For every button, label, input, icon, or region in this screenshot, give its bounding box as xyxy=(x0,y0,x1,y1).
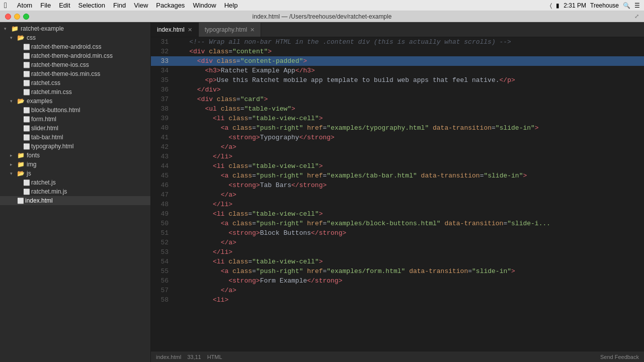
arrow-project xyxy=(4,26,10,31)
code-line-33: 33 <div class="content-padded"> xyxy=(151,56,644,66)
window-controls xyxy=(5,14,29,20)
code-line-49: 49 <li class="table-view-cell"> xyxy=(151,209,644,219)
folder-icon-examples: 📂 xyxy=(17,98,25,105)
sidebar-file-typography[interactable]: ⬜ typography.html xyxy=(0,142,150,151)
folder-icon-fonts: 📁 xyxy=(17,152,25,159)
file-icon-10: ⬜ xyxy=(23,134,29,141)
sidebar-file-tab-bar[interactable]: ⬜ tab-bar.html xyxy=(0,133,150,142)
code-line-42: 42 </a> xyxy=(151,142,644,152)
tab-typography-html[interactable]: typography.html ✕ xyxy=(199,23,262,37)
sidebar-file-ratchet-min-css[interactable]: ⬜ ratchet.min.css xyxy=(0,87,150,97)
apple-menu[interactable]:  xyxy=(4,1,7,10)
file-icon-1: ⬜ xyxy=(23,44,29,50)
project-label: ratchet-example xyxy=(21,25,64,32)
sidebar-project[interactable]: 📁 ratchet-example xyxy=(0,24,150,33)
arrow-examples xyxy=(10,99,16,104)
tab-label-index: index.html xyxy=(157,26,185,33)
sidebar-img-folder[interactable]: 📁 img xyxy=(0,160,150,169)
sidebar-file-ratchet-js[interactable]: ⬜ ratchet.js xyxy=(0,178,150,187)
sidebar-file-block-buttons[interactable]: ⬜ block-buttons.html xyxy=(0,106,150,115)
file-icon-3: ⬜ xyxy=(23,62,29,68)
code-line-52: 52 </a> xyxy=(151,238,644,247)
css-folder-label: css xyxy=(27,34,36,41)
code-line-54: 54 <li class="table-view-cell"> xyxy=(151,257,644,266)
status-right: Send Feedback xyxy=(600,354,639,360)
menu-window[interactable]: Window xyxy=(189,1,220,10)
menu-selection[interactable]: Selection xyxy=(74,1,109,10)
code-line-38: 38 <ul class="table-view"> xyxy=(151,104,644,114)
close-button[interactable] xyxy=(5,14,11,20)
menu-edit[interactable]: Edit xyxy=(55,1,74,10)
arrow-img xyxy=(10,162,16,167)
status-feedback[interactable]: Send Feedback xyxy=(600,354,639,360)
menu-file[interactable]: File xyxy=(36,1,55,10)
sidebar-examples-folder[interactable]: 📂 examples xyxy=(0,97,150,106)
sidebar-file-ratchet-theme-ios[interactable]: ⬜ ratchet-theme-ios.css xyxy=(0,60,150,69)
code-line-51: 51 <strong>Block Buttons</strong> xyxy=(151,228,644,238)
file-icon-13: ⬜ xyxy=(23,189,29,195)
code-line-36: 36 </div> xyxy=(151,85,644,95)
arrow-fonts xyxy=(10,153,16,158)
code-line-45: 45 <a class="push-right" href="examples/… xyxy=(151,171,644,180)
tab-close-index[interactable]: ✕ xyxy=(188,27,192,33)
sidebar: 📁 ratchet-example 📂 css ⬜ ratchet-theme-… xyxy=(0,22,151,362)
tabs-bar: index.html ✕ typography.html ✕ xyxy=(151,22,644,37)
code-line-57: 57 </a> xyxy=(151,286,644,295)
menu-help[interactable]: Help xyxy=(220,1,242,10)
code-editor[interactable]: 31 <!-- Wrap all non-bar HTML in the .co… xyxy=(151,37,644,351)
code-line-48: 48 </li> xyxy=(151,200,644,209)
menu-find[interactable]: Find xyxy=(109,1,130,10)
minimize-button[interactable] xyxy=(14,14,20,20)
expand-icon[interactable]: ⤢ xyxy=(634,13,639,20)
code-line-40: 40 <a class="push-right" href="examples/… xyxy=(151,123,644,133)
menubar:  Atom File Edit Selection Find View Pac… xyxy=(0,0,644,11)
sidebar-file-ratchet-min-js[interactable]: ⬜ ratchet.min.js xyxy=(0,187,150,196)
code-line-37: 37 <div class="card"> xyxy=(151,95,644,104)
sidebar-file-ratchet-theme-ios-min[interactable]: ⬜ ratchet-theme-ios.min.css xyxy=(0,69,150,78)
status-file: index.html xyxy=(156,354,181,360)
code-line-47: 47 </a> xyxy=(151,190,644,200)
menu-atom[interactable]: Atom xyxy=(13,1,36,10)
code-line-50: 50 <a class="push-right" href="examples/… xyxy=(151,219,644,228)
code-line-43: 43 </li> xyxy=(151,152,644,161)
sidebar-file-form[interactable]: ⬜ form.html xyxy=(0,115,150,124)
sidebar-file-slider[interactable]: ⬜ slider.html xyxy=(0,124,150,133)
code-line-32: 32 <div class="content"> xyxy=(151,47,644,56)
file-icon-index: ⬜ xyxy=(17,198,23,204)
sidebar-css-folder[interactable]: 📂 css xyxy=(0,33,150,42)
sidebar-js-folder[interactable]: 📂 js xyxy=(0,169,150,178)
code-line-34: 34 <h3>Ratchet Example App</h3> xyxy=(151,66,644,75)
code-line-39: 39 <li class="table-view-cell"> xyxy=(151,114,644,123)
file-icon-4: ⬜ xyxy=(23,71,29,77)
file-icon-6: ⬜ xyxy=(23,89,29,96)
folder-icon-img: 📁 xyxy=(17,161,25,168)
maximize-button[interactable] xyxy=(23,14,29,20)
search-icon[interactable]: 🔍 xyxy=(623,2,630,9)
file-icon-9: ⬜ xyxy=(23,125,29,132)
sidebar-fonts-folder[interactable]: 📁 fonts xyxy=(0,151,150,160)
tab-close-typography[interactable]: ✕ xyxy=(250,27,255,33)
sidebar-file-ratchet-theme-android[interactable]: ⬜ ratchet-theme-android.css xyxy=(0,42,150,51)
arrow-js xyxy=(10,171,16,176)
list-icon[interactable]: ☰ xyxy=(634,2,640,9)
tab-index-html[interactable]: index.html ✕ xyxy=(151,23,199,37)
status-language: HTML xyxy=(207,354,222,360)
wifi-icon: 〈 xyxy=(550,2,552,9)
code-line-46: 46 <strong>Tab Bars</strong> xyxy=(151,180,644,190)
sidebar-file-ratchet-css[interactable]: ⬜ ratchet.css xyxy=(0,78,150,87)
sidebar-file-ratchet-theme-android-min[interactable]: ⬜ ratchet-theme-android.min.css xyxy=(0,51,150,60)
code-line-56: 56 <strong>Form Example</strong> xyxy=(151,276,644,286)
menu-packages[interactable]: Packages xyxy=(152,1,189,10)
clock: 2:31 PM xyxy=(564,2,586,9)
folder-icon-js: 📂 xyxy=(17,170,25,177)
folder-icon-css: 📂 xyxy=(17,34,25,41)
window-title: index.html — /Users/treehouse/dev/ratche… xyxy=(253,13,392,20)
tab-label-typography: typography.html xyxy=(205,26,248,33)
folder-icon-project: 📁 xyxy=(11,25,19,32)
file-icon-7: ⬜ xyxy=(23,107,29,114)
sidebar-file-index[interactable]: ⬜ index.html xyxy=(0,196,150,205)
js-folder-label: js xyxy=(27,170,31,177)
code-line-58: 58 <li> xyxy=(151,295,644,305)
code-line-35: 35 <p>Use this Ratchet mobile app templa… xyxy=(151,75,644,85)
menu-view[interactable]: View xyxy=(130,1,152,10)
